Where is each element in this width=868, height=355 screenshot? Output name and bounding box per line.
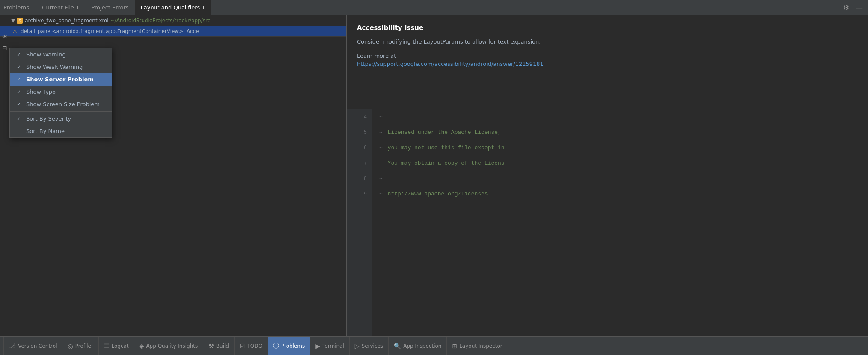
issue-title: Accessibility Issue (357, 24, 858, 32)
menu-item-show-weak-warning[interactable]: ✓ Show Weak Warning (10, 61, 112, 73)
menu-check-sort-by-severity: ✓ (17, 116, 24, 122)
dropdown-menu: ✓ Show Warning ✓ Show Weak Warning ✓ Sho… (9, 48, 112, 138)
code-text-7: You may obtain a copy of the Licens (384, 160, 505, 166)
issue-learn-more-label: Learn more at (357, 53, 858, 59)
tilde-6: ~ (379, 145, 383, 151)
tilde-9: ~ (379, 191, 383, 197)
menu-check-show-weak-warning: ✓ (17, 64, 24, 70)
issue-link[interactable]: https://support.google.com/accessibility… (357, 61, 544, 67)
status-bar: ⎇ Version Control ◎ Profiler ☰ Logcat ◈ … (0, 336, 868, 355)
profiler-label: Profiler (75, 343, 93, 349)
code-lines: ~ ~ Licensed under the Apache License, ~… (372, 109, 868, 336)
minimize-icon[interactable]: — (854, 2, 865, 13)
status-problems[interactable]: ⓘ Problems (268, 337, 310, 355)
warning-triangle-icon: ⚠ (12, 28, 18, 34)
left-toolbar: 👁 ⊟ (0, 31, 9, 52)
menu-label-show-typo: Show Typo (26, 89, 56, 95)
profiler-icon: ◎ (68, 343, 73, 349)
left-panel: 👁 ⊟ ▼ X archive_two_pane_fragment.xml ~/… (0, 15, 347, 336)
app-quality-label: App Quality Insights (146, 343, 198, 349)
tilde-4: ~ (379, 114, 383, 120)
issue-body: Consider modifying the LayoutParams to a… (357, 38, 858, 47)
tab-layout-qualifiers[interactable]: Layout and Qualifiers 1 (135, 0, 211, 15)
tab-actions: ⚙ — (841, 2, 865, 13)
problems-status-label: Problems (281, 343, 305, 349)
status-app-quality[interactable]: ◈ App Quality Insights (134, 337, 204, 355)
services-icon: ▷ (355, 343, 360, 349)
line-num-8: 8 (364, 171, 367, 186)
code-text-9: http://www.apache.org/licenses (384, 191, 488, 197)
status-app-inspection[interactable]: 🔍 App Inspection (389, 337, 447, 355)
services-label: Services (362, 343, 383, 349)
status-build[interactable]: ⚒ Build (203, 337, 235, 355)
menu-label-sort-by-severity: Sort By Severity (26, 115, 71, 122)
menu-check-show-warning: ✓ (17, 52, 24, 58)
status-profiler[interactable]: ◎ Profiler (62, 337, 98, 355)
settings-icon[interactable]: ⚙ (841, 2, 851, 13)
file-path: ~/AndroidStudioProjects/trackr/app/src (110, 18, 211, 24)
menu-label-sort-by-name: Sort By Name (26, 128, 65, 134)
file-tree-row[interactable]: ▼ X archive_two_pane_fragment.xml ~/Andr… (0, 15, 346, 26)
issue-detail-pane: Accessibility Issue Consider modifying t… (347, 15, 868, 109)
code-line-7: ~ You may obtain a copy of the Licens (379, 156, 868, 171)
tab-project-errors[interactable]: Project Errors (85, 0, 134, 15)
menu-item-show-typo[interactable]: ✓ Show Typo (10, 86, 112, 98)
status-version-control[interactable]: ⎇ Version Control (3, 337, 62, 355)
code-text-5: Licensed under the Apache License, (384, 129, 501, 136)
menu-item-sort-by-severity[interactable]: ✓ Sort By Severity (10, 112, 112, 125)
app-inspection-icon: 🔍 (394, 343, 401, 349)
main-content: 👁 ⊟ ▼ X archive_two_pane_fragment.xml ~/… (0, 15, 868, 336)
menu-item-show-screen-size[interactable]: ✓ Show Screen Size Problem (10, 98, 112, 110)
menu-item-show-warning[interactable]: ✓ Show Warning (10, 48, 112, 61)
status-layout-inspector[interactable]: ⊞ Layout Inspector (447, 337, 508, 355)
line-num-7: 7 (364, 156, 367, 171)
terminal-icon: ▶ (315, 343, 320, 349)
code-line-8: ~ (379, 171, 868, 186)
build-icon: ⚒ (208, 343, 214, 349)
code-line-9: ~ http://www.apache.org/licenses (379, 186, 868, 202)
version-control-label: Version Control (18, 343, 57, 349)
warning-row[interactable]: ⚠ detail_pane <androidx.fragment.app.Fra… (0, 26, 346, 37)
right-panel: Accessibility Issue Consider modifying t… (347, 15, 868, 336)
menu-label-show-warning: Show Warning (26, 51, 66, 58)
xml-file-icon: X (17, 18, 23, 24)
code-view: 4 5 6 7 8 9 ~ ~ Licensed under the Apach… (347, 109, 868, 336)
app-quality-icon: ◈ (140, 343, 144, 349)
line-numbers: 4 5 6 7 8 9 (347, 109, 372, 336)
line-num-9: 9 (364, 186, 367, 202)
code-line-5: ~ Licensed under the Apache License, (379, 125, 868, 140)
line-num-4: 4 (364, 109, 367, 125)
code-text-6: you may not use this file except in (384, 145, 505, 151)
app-inspection-label: App Inspection (403, 343, 441, 349)
tilde-5: ~ (379, 129, 383, 136)
version-control-icon: ⎇ (9, 343, 16, 349)
menu-label-show-server-problem: Show Server Problem (26, 76, 94, 83)
logcat-label: Logcat (112, 343, 129, 349)
code-line-4: ~ (379, 109, 868, 125)
menu-check-show-screen-size: ✓ (17, 101, 24, 107)
layout-inspector-label: Layout Inspector (459, 343, 502, 349)
tab-current-file[interactable]: Current File 1 (36, 0, 85, 15)
eye-icon[interactable]: 👁 (1, 33, 9, 41)
menu-label-show-weak-warning: Show Weak Warning (26, 64, 83, 70)
layout-inspector-icon: ⊞ (452, 343, 457, 349)
file-name: archive_two_pane_fragment.xml (25, 18, 108, 24)
view-icon[interactable]: ⊟ (1, 44, 8, 52)
menu-item-show-server-problem[interactable]: ✓ Show Server Problem (10, 73, 112, 86)
line-num-5: 5 (364, 125, 367, 140)
todo-icon: ☑ (240, 343, 245, 349)
menu-check-show-typo: ✓ (17, 89, 24, 95)
tilde-7: ~ (379, 160, 383, 166)
problems-label: Problems: (3, 4, 31, 11)
problems-icon: ⓘ (273, 342, 279, 350)
menu-label-show-screen-size: Show Screen Size Problem (26, 101, 100, 107)
status-services[interactable]: ▷ Services (350, 337, 389, 355)
status-todo[interactable]: ☑ TODO (235, 337, 268, 355)
status-logcat[interactable]: ☰ Logcat (99, 337, 134, 355)
tab-bar: Problems: Current File 1 Project Errors … (0, 0, 868, 15)
menu-item-sort-by-name[interactable]: ✓ Sort By Name (10, 125, 112, 137)
code-line-6: ~ you may not use this file except in (379, 140, 868, 156)
line-num-6: 6 (364, 140, 367, 156)
status-terminal[interactable]: ▶ Terminal (310, 337, 350, 355)
build-label: Build (216, 343, 229, 349)
